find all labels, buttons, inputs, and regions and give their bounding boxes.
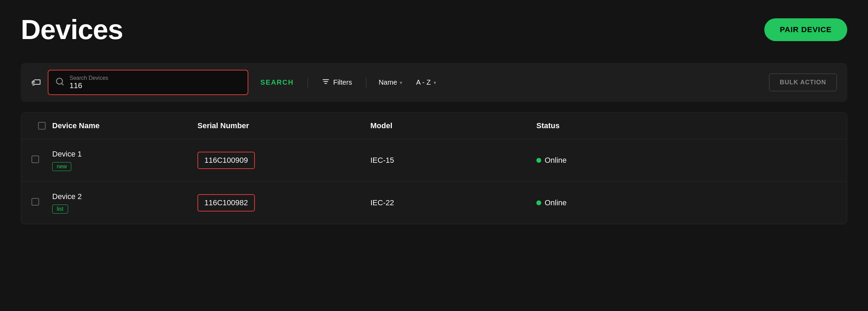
table-header: Device Name Serial Number Model Status — [21, 113, 847, 139]
select-all-checkbox[interactable] — [38, 122, 46, 130]
row2-device-name: Device 2 — [52, 192, 197, 201]
toolbar: 🏷 Search Devices 116 SEARCH — [21, 63, 847, 102]
tag-icon: 🏷 — [31, 77, 41, 88]
header-device-name: Device Name — [52, 121, 197, 130]
row1-status: Online — [545, 156, 567, 165]
row1-checkbox-cell — [31, 156, 52, 165]
row2-status-cell: Online — [536, 198, 837, 207]
row2-device-name-cell: Device 2 list — [52, 192, 197, 214]
row2-checkbox[interactable] — [31, 198, 39, 206]
row1-checkbox[interactable] — [31, 156, 39, 163]
filters-label: Filters — [333, 78, 352, 86]
row1-device-name-cell: Device 1 new — [52, 150, 197, 171]
header-checkbox-cell — [31, 121, 52, 130]
row1-serial-number-cell: 116C100909 — [197, 152, 370, 169]
search-placeholder: Search Devices — [70, 75, 241, 81]
row1-status-cell: Online — [536, 156, 837, 165]
row1-serial-number: 116C100909 — [197, 152, 255, 169]
toolbar-separator-2 — [366, 77, 367, 88]
sort-order-label: A - Z — [416, 78, 431, 86]
row2-model: IEC-22 — [370, 198, 394, 207]
header-model: Model — [370, 121, 536, 130]
sort-order-dropdown[interactable]: A - Z ▾ — [413, 76, 439, 89]
row1-device-name: Device 1 — [52, 150, 197, 159]
search-icon — [55, 77, 64, 88]
filters-button[interactable]: Filters — [317, 75, 357, 90]
row2-status: Online — [545, 198, 567, 207]
row1-model: IEC-15 — [370, 156, 394, 164]
sort-by-dropdown[interactable]: Name ▾ — [375, 76, 406, 89]
row1-model-cell: IEC-15 — [370, 156, 536, 165]
page-container: Devices PAIR DEVICE 🏷 Search Devices 116… — [0, 0, 868, 311]
sort-order-chevron-icon: ▾ — [434, 80, 436, 85]
page-title: Devices — [21, 14, 123, 46]
toolbar-separator-1 — [307, 77, 308, 88]
search-button[interactable]: SEARCH — [255, 76, 299, 89]
row2-model-cell: IEC-22 — [370, 198, 536, 207]
sort-by-label: Name — [379, 78, 397, 86]
row1-status-dot — [536, 158, 541, 163]
table-row: Device 1 new 116C100909 IEC-15 Online — [21, 139, 847, 182]
devices-table: Device Name Serial Number Model Status D… — [21, 112, 847, 224]
row2-serial-number-cell: 116C100982 — [197, 194, 370, 211]
bulk-action-button[interactable]: BULK ACTION — [769, 74, 837, 91]
page-header: Devices PAIR DEVICE — [21, 14, 847, 46]
svg-line-1 — [62, 83, 63, 85]
row2-status-dot — [536, 200, 541, 205]
sort-by-chevron-icon: ▾ — [400, 80, 402, 85]
search-value: 116 — [70, 82, 241, 89]
row2-device-tag: list — [52, 205, 68, 214]
header-serial-number: Serial Number — [197, 121, 370, 130]
row2-checkbox-cell — [31, 198, 52, 208]
row1-device-tag: new — [52, 162, 71, 171]
header-status: Status — [536, 121, 837, 130]
search-input-container: Search Devices 116 — [70, 75, 241, 89]
filter-icon — [322, 78, 330, 87]
row2-serial-number: 116C100982 — [197, 194, 255, 211]
pair-device-button[interactable]: PAIR DEVICE — [764, 18, 847, 41]
search-box[interactable]: Search Devices 116 — [48, 70, 248, 95]
table-row: Device 2 list 116C100982 IEC-22 Online — [21, 182, 847, 224]
